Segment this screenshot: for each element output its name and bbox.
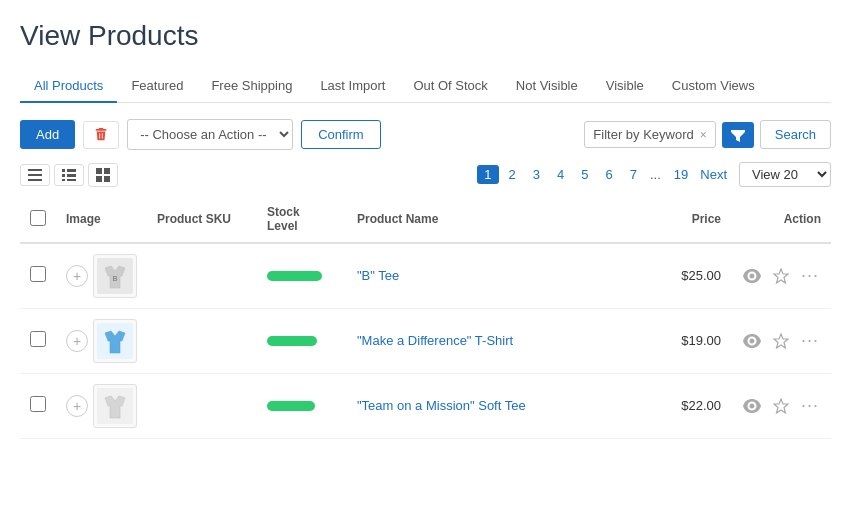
row-more-button-3[interactable]: ···: [799, 393, 821, 418]
page-3[interactable]: 3: [526, 165, 547, 184]
pagination-dots: ...: [647, 165, 664, 184]
tab-visible[interactable]: Visible: [592, 70, 658, 103]
search-button[interactable]: Search: [760, 120, 831, 149]
page-6[interactable]: 6: [598, 165, 619, 184]
page-container: View Products All Products Featured Free…: [0, 0, 851, 511]
svg-rect-2: [28, 179, 42, 181]
stock-bar-3: [267, 401, 315, 411]
select-all-checkbox[interactable]: [30, 210, 46, 226]
filter-icon-button[interactable]: [722, 122, 754, 148]
row-add-button-3[interactable]: +: [66, 395, 88, 417]
tab-featured[interactable]: Featured: [117, 70, 197, 103]
row-name-3: "Team on a Mission" Soft Tee: [347, 373, 651, 438]
row-name-2: "Make a Difference" T-Shirt: [347, 308, 651, 373]
stock-bar-2: [267, 336, 317, 346]
table-row: + B "B" Tee: [20, 243, 831, 309]
svg-marker-17: [774, 334, 788, 348]
th-checkbox: [20, 197, 56, 243]
page-5[interactable]: 5: [574, 165, 595, 184]
add-button[interactable]: Add: [20, 120, 75, 149]
tab-not-visible[interactable]: Not Visible: [502, 70, 592, 103]
page-7[interactable]: 7: [623, 165, 644, 184]
delete-button[interactable]: [83, 121, 119, 149]
row-price-3: $22.00: [651, 373, 731, 438]
page-4[interactable]: 4: [550, 165, 571, 184]
th-name: Product Name: [347, 197, 651, 243]
product-tshirt-icon-3: [97, 388, 133, 424]
svg-rect-8: [67, 179, 76, 181]
page-19[interactable]: 19: [667, 165, 695, 184]
page-1[interactable]: 1: [477, 165, 498, 184]
list-normal-view-button[interactable]: [54, 164, 84, 186]
row-stock-2: [257, 308, 347, 373]
row-sku-1: [147, 243, 257, 309]
sub-toolbar: 1 2 3 4 5 6 7 ... 19 Next View 20 View 5…: [20, 162, 831, 187]
filter-icon: [731, 128, 745, 142]
row-action-1: ···: [731, 243, 831, 309]
product-name-link-3[interactable]: "Team on a Mission" Soft Tee: [357, 398, 526, 413]
eye-icon: [743, 334, 761, 348]
product-image-3: [93, 384, 137, 428]
row-price-1: $25.00: [651, 243, 731, 309]
row-checkbox-1[interactable]: [30, 266, 46, 282]
svg-rect-7: [62, 179, 65, 181]
row-star-button-3[interactable]: [771, 396, 791, 416]
row-actions-1: ···: [741, 263, 821, 288]
page-2[interactable]: 2: [502, 165, 523, 184]
view-per-page-select[interactable]: View 20 View 50 View 100: [739, 162, 831, 187]
row-price-2: $19.00: [651, 308, 731, 373]
svg-marker-15: [774, 269, 788, 283]
product-image-2: [93, 319, 137, 363]
tab-last-import[interactable]: Last Import: [306, 70, 399, 103]
row-checkbox-2[interactable]: [30, 331, 46, 347]
tab-all-products[interactable]: All Products: [20, 70, 117, 103]
row-name-1: "B" Tee: [347, 243, 651, 309]
filter-keyword-close[interactable]: ×: [700, 128, 707, 142]
product-name-link-1[interactable]: "B" Tee: [357, 268, 399, 283]
eye-icon: [743, 399, 761, 413]
row-more-button-1[interactable]: ···: [799, 263, 821, 288]
grid-view-button[interactable]: [88, 163, 118, 187]
products-table: Image Product SKU StockLevel Product Nam…: [20, 197, 831, 439]
row-add-button-1[interactable]: +: [66, 265, 88, 287]
row-actions-2: ···: [741, 328, 821, 353]
confirm-button[interactable]: Confirm: [301, 120, 381, 149]
row-eye-button-1[interactable]: [741, 267, 763, 285]
svg-marker-19: [774, 399, 788, 413]
star-icon: [773, 333, 789, 349]
row-star-button-1[interactable]: [771, 266, 791, 286]
row-eye-button-2[interactable]: [741, 332, 763, 350]
tab-out-of-stock[interactable]: Out Of Stock: [399, 70, 501, 103]
row-image-cell-2: +: [56, 308, 147, 373]
svg-rect-12: [104, 176, 110, 182]
row-eye-button-3[interactable]: [741, 397, 763, 415]
pagination-next[interactable]: Next: [700, 167, 727, 182]
row-star-button-2[interactable]: [771, 331, 791, 351]
row-sku-3: [147, 373, 257, 438]
row-action-2: ···: [731, 308, 831, 373]
product-image-1: B: [93, 254, 137, 298]
row-image-cell-3: +: [56, 373, 147, 438]
row-image-cell-1: + B: [56, 243, 147, 309]
row-stock-3: [257, 373, 347, 438]
th-price: Price: [651, 197, 731, 243]
trash-icon: [94, 128, 108, 142]
choose-action-select[interactable]: -- Choose an Action -- Delete Set Visibl…: [127, 119, 293, 150]
tab-free-shipping[interactable]: Free Shipping: [197, 70, 306, 103]
eye-icon: [743, 269, 761, 283]
table-row: + "Make a Difference" T-Shirt: [20, 308, 831, 373]
filter-keyword-label: Filter by Keyword: [593, 127, 693, 142]
row-more-button-2[interactable]: ···: [799, 328, 821, 353]
tab-custom-views[interactable]: Custom Views: [658, 70, 769, 103]
list-compact-icon: [28, 169, 42, 181]
list-compact-view-button[interactable]: [20, 164, 50, 186]
row-checkbox-3[interactable]: [30, 396, 46, 412]
row-add-button-2[interactable]: +: [66, 330, 88, 352]
stock-bar-1: [267, 271, 322, 281]
filter-keyword-badge: Filter by Keyword ×: [584, 121, 715, 148]
svg-rect-9: [96, 168, 102, 174]
view-icons: [20, 163, 118, 187]
svg-rect-6: [67, 174, 76, 177]
th-image: Image: [56, 197, 147, 243]
product-name-link-2[interactable]: "Make a Difference" T-Shirt: [357, 333, 513, 348]
